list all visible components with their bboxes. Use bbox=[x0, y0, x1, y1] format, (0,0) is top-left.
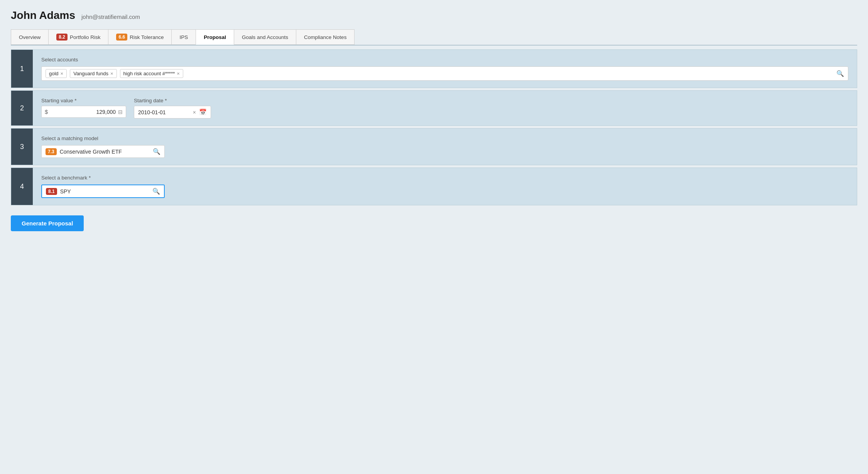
tab-label-proposal: Proposal bbox=[204, 34, 226, 40]
benchmark-badge: 8.1 bbox=[46, 188, 57, 195]
tab-label-ips: IPS bbox=[179, 34, 188, 40]
tag-item: gold× bbox=[46, 69, 67, 78]
tab-proposal[interactable]: Proposal bbox=[196, 29, 234, 45]
starting-value-label: Starting value * bbox=[41, 98, 126, 103]
tab-bar: Overview8.2Portfolio Risk6.6Risk Toleran… bbox=[11, 29, 857, 45]
section-2: 2Starting value *$129,000⊟Starting date … bbox=[11, 90, 857, 126]
accounts-search-icon[interactable]: 🔍 bbox=[836, 70, 844, 77]
section-body-1: Select accountsgold×Vanguard funds×high … bbox=[33, 50, 857, 88]
section-1: 1Select accountsgold×Vanguard funds×high… bbox=[11, 49, 857, 88]
tab-label-portfolio-risk: Portfolio Risk bbox=[70, 34, 101, 40]
benchmark-select[interactable]: 8.1SPY🔍 bbox=[41, 185, 165, 198]
accounts-tags-input[interactable]: gold×Vanguard funds×high risk account #*… bbox=[41, 66, 848, 81]
benchmark-name: SPY bbox=[60, 188, 149, 195]
starting-date-value: 2010-01-01 bbox=[138, 109, 190, 115]
starting-value-value: 129,000 bbox=[50, 109, 116, 115]
model-search-icon[interactable]: 🔍 bbox=[153, 148, 160, 155]
section-body-4: Select a benchmark *8.1SPY🔍 bbox=[33, 168, 857, 205]
tag-label: high risk account #***** bbox=[123, 71, 175, 76]
tab-overview[interactable]: Overview bbox=[11, 29, 49, 45]
tab-risk-tolerance[interactable]: 6.6Risk Tolerance bbox=[108, 29, 172, 45]
section-4: 4Select a benchmark *8.1SPY🔍 bbox=[11, 168, 857, 205]
section-label-1: Select accounts bbox=[41, 57, 848, 63]
calendar-icon[interactable]: 📅 bbox=[199, 108, 207, 116]
starting-date-label: Starting date * bbox=[134, 98, 211, 103]
currency-prefix: $ bbox=[45, 108, 48, 115]
model-name: Conservative Growth ETF bbox=[60, 149, 150, 155]
tab-label-risk-tolerance: Risk Tolerance bbox=[130, 34, 164, 40]
section-label-3: Select a matching model bbox=[41, 135, 848, 141]
tab-goals-accounts[interactable]: Goals and Accounts bbox=[234, 29, 296, 45]
tag-item: Vanguard funds× bbox=[70, 69, 117, 78]
badge-risk-tolerance: 6.6 bbox=[116, 34, 127, 41]
tab-label-goals-accounts: Goals and Accounts bbox=[242, 34, 288, 40]
model-badge: 7.3 bbox=[46, 148, 57, 155]
starting-date-input[interactable]: 2010-01-01×📅 bbox=[134, 106, 211, 118]
tab-label-overview: Overview bbox=[19, 34, 41, 40]
date-clear-button[interactable]: × bbox=[193, 109, 196, 115]
tab-ips[interactable]: IPS bbox=[171, 29, 196, 45]
tab-compliance-notes[interactable]: Compliance Notes bbox=[296, 29, 355, 45]
generate-proposal-button[interactable]: Generate Proposal bbox=[11, 215, 84, 231]
model-select[interactable]: 7.3Conservative Growth ETF🔍 bbox=[41, 145, 165, 158]
tag-label: Vanguard funds bbox=[73, 71, 108, 76]
tab-portfolio-risk[interactable]: 8.2Portfolio Risk bbox=[48, 29, 108, 45]
section-number-2: 2 bbox=[11, 91, 33, 125]
tag-item: high risk account #*****× bbox=[120, 69, 183, 78]
user-name: John Adams bbox=[11, 9, 75, 22]
tag-close-button[interactable]: × bbox=[110, 71, 113, 76]
section-3: 3Select a matching model7.3Conservative … bbox=[11, 128, 857, 165]
section-number-1: 1 bbox=[11, 50, 33, 88]
section-number-3: 3 bbox=[11, 129, 33, 165]
tab-label-compliance-notes: Compliance Notes bbox=[304, 34, 346, 40]
tag-close-button[interactable]: × bbox=[177, 71, 180, 76]
user-email: john@stratifiemail.com bbox=[81, 14, 140, 20]
tag-label: gold bbox=[49, 71, 59, 76]
benchmark-search-icon[interactable]: 🔍 bbox=[152, 188, 160, 195]
starting-value-input[interactable]: $129,000⊟ bbox=[41, 106, 126, 118]
section-body-2: Starting value *$129,000⊟Starting date *… bbox=[33, 91, 857, 125]
section-body-3: Select a matching model7.3Conservative G… bbox=[33, 129, 857, 165]
section-number-4: 4 bbox=[11, 168, 33, 205]
tag-close-button[interactable]: × bbox=[61, 71, 64, 76]
badge-portfolio-risk: 8.2 bbox=[56, 34, 68, 41]
number-spinner-icon[interactable]: ⊟ bbox=[118, 109, 123, 115]
content-area: 1Select accountsgold×Vanguard funds×high… bbox=[11, 49, 857, 205]
section-label-4: Select a benchmark * bbox=[41, 175, 848, 181]
